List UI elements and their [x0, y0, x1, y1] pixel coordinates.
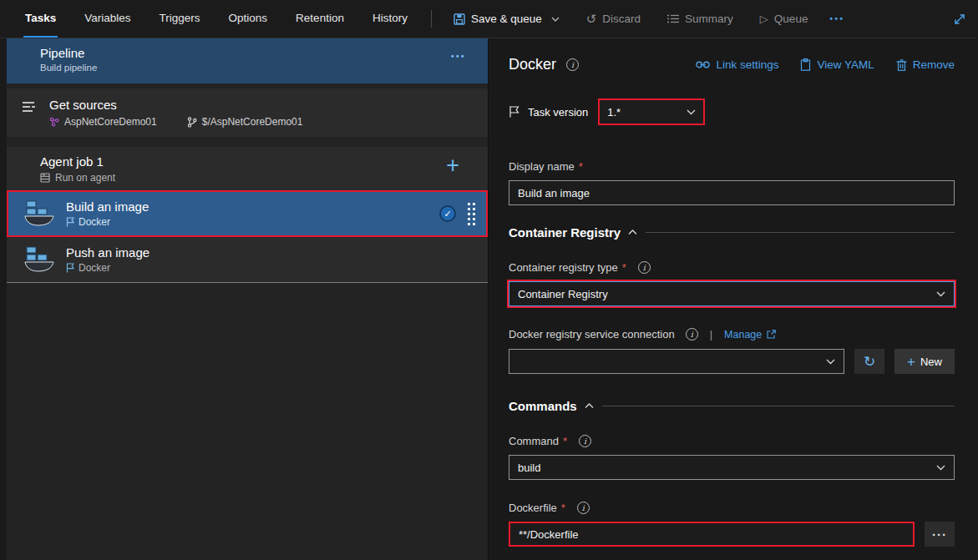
get-sources-title: Get sources	[49, 98, 302, 112]
drag-handle[interactable]	[468, 203, 475, 225]
section-commands[interactable]: Commands	[509, 399, 594, 413]
task-type: Docker	[79, 216, 110, 228]
left-edge-rail	[0, 38, 7, 560]
required-marker: *	[579, 160, 583, 173]
add-task-button[interactable]: +	[446, 154, 459, 177]
editor-main: Pipeline Build pipeline ••• Get sources …	[0, 38, 978, 560]
agent-job-subtitle: Run on agent	[55, 172, 115, 184]
repo-icon	[49, 117, 59, 127]
info-icon[interactable]: i	[566, 58, 579, 71]
command-dropdown[interactable]: build	[509, 455, 955, 480]
summary-button[interactable]: Summary	[667, 0, 733, 38]
top-command-bar: Tasks Variables Triggers Options Retenti…	[0, 0, 978, 38]
info-icon[interactable]: i	[577, 502, 590, 514]
plus-icon: +	[907, 355, 915, 369]
chevron-down-icon	[826, 359, 835, 365]
refresh-icon: ↻	[864, 353, 875, 371]
get-sources-icon	[22, 101, 38, 128]
command-value: build	[518, 462, 540, 474]
trash-icon	[896, 59, 907, 71]
display-name-label: Display name	[509, 160, 575, 173]
branch-icon	[187, 117, 197, 128]
get-sources-item[interactable]: Get sources AspNetCoreDemo01 $/AspNetCor…	[7, 88, 488, 137]
tab-history[interactable]: History	[371, 0, 409, 38]
link-icon	[696, 60, 710, 69]
chevron-down-icon	[687, 109, 696, 115]
task-enabled-toggle[interactable]: ✓	[439, 205, 456, 222]
docker-task-icon	[23, 245, 55, 274]
fullscreen-button[interactable]	[953, 0, 966, 38]
task-version-value: 1.*	[607, 106, 621, 119]
manage-link[interactable]: Manage	[724, 329, 776, 341]
pipeline-more-button[interactable]: •••	[451, 52, 466, 61]
discard-button[interactable]: ↺ Discard	[586, 0, 641, 38]
pipeline-header[interactable]: Pipeline Build pipeline •••	[7, 38, 488, 83]
flag-icon	[66, 217, 74, 227]
tab-retention[interactable]: Retention	[294, 0, 346, 38]
refresh-button[interactable]: ↻	[854, 349, 884, 374]
chevron-down-icon	[936, 465, 945, 471]
expand-diagonal-icon	[953, 13, 966, 26]
agent-job-item[interactable]: Agent job 1 Run on agent +	[7, 147, 488, 190]
section-divider	[646, 232, 955, 233]
service-connection-label: Docker registry service connection	[509, 328, 675, 341]
pipeline-subtitle: Build pipeline	[40, 63, 488, 73]
dockerfile-input[interactable]	[509, 522, 915, 547]
info-icon[interactable]: i	[638, 261, 651, 274]
save-icon	[454, 13, 465, 25]
task-title: Build an image	[66, 199, 149, 214]
link-settings-button[interactable]: Link settings	[696, 58, 778, 71]
task-row-build-an-image[interactable]: Build an image Docker ✓	[7, 190, 488, 237]
info-icon[interactable]: i	[579, 435, 591, 447]
chevron-up-icon	[585, 403, 594, 409]
pipeline-title: Pipeline	[40, 46, 488, 60]
section-divider	[602, 406, 955, 406]
toolbar-divider	[431, 10, 432, 28]
tab-options[interactable]: Options	[227, 0, 270, 38]
more-actions-button[interactable]: •••	[829, 0, 844, 38]
repo-path: $/AspNetCoreDemo01	[202, 116, 303, 128]
required-marker: *	[622, 261, 626, 274]
view-yaml-button[interactable]: View YAML	[800, 58, 874, 71]
remove-task-button[interactable]: Remove	[896, 58, 955, 71]
flag-icon	[509, 106, 519, 118]
tab-triggers[interactable]: Triggers	[158, 0, 202, 38]
save-and-queue-button[interactable]: Save & queue	[454, 0, 560, 38]
display-name-input[interactable]	[509, 180, 955, 205]
task-type: Docker	[79, 262, 110, 274]
repo-name: AspNetCoreDemo01	[64, 116, 157, 128]
chevron-up-icon	[628, 230, 637, 235]
label-divider: |	[710, 328, 712, 341]
dockerfile-label: Dockerfile	[509, 502, 557, 514]
new-service-connection-button[interactable]: + New	[894, 349, 955, 374]
tab-tasks[interactable]: Tasks	[23, 0, 58, 38]
pipeline-task-list: Pipeline Build pipeline ••• Get sources …	[7, 38, 488, 560]
tab-variables[interactable]: Variables	[83, 0, 132, 38]
registry-type-dropdown[interactable]: Container Registry	[509, 281, 955, 306]
registry-type-label: Container registry type	[509, 261, 618, 274]
task-panel-title: Docker	[509, 56, 556, 73]
required-marker: *	[563, 435, 567, 447]
task-version-label: Task version	[528, 106, 588, 119]
clipboard-icon	[800, 58, 811, 71]
agent-icon	[40, 173, 50, 183]
agent-job-block: Agent job 1 Run on agent +	[7, 147, 488, 283]
undo-icon: ↺	[586, 13, 597, 25]
task-settings-panel: Docker i Link settings View YAML	[488, 38, 978, 560]
pipeline-tabs: Tasks Variables Triggers Options Retenti…	[23, 0, 409, 38]
dockerfile-browse-button[interactable]: ···	[925, 522, 955, 547]
info-icon[interactable]: i	[686, 328, 698, 341]
chevron-down-icon	[936, 291, 945, 297]
task-title: Push an image	[66, 245, 149, 260]
task-row-push-an-image[interactable]: Push an image Docker	[7, 237, 488, 282]
service-connection-dropdown[interactable]	[509, 349, 844, 374]
chevron-down-icon	[551, 17, 560, 22]
external-link-icon	[767, 330, 776, 339]
flag-icon	[66, 263, 74, 273]
registry-type-value: Container Registry	[518, 288, 608, 300]
queue-button[interactable]: ▷ Queue	[760, 0, 808, 38]
agent-job-title: Agent job 1	[40, 154, 488, 169]
task-version-dropdown[interactable]: 1.*	[598, 98, 705, 125]
command-label: Command	[509, 435, 559, 447]
section-container-registry[interactable]: Container Registry	[509, 225, 637, 240]
